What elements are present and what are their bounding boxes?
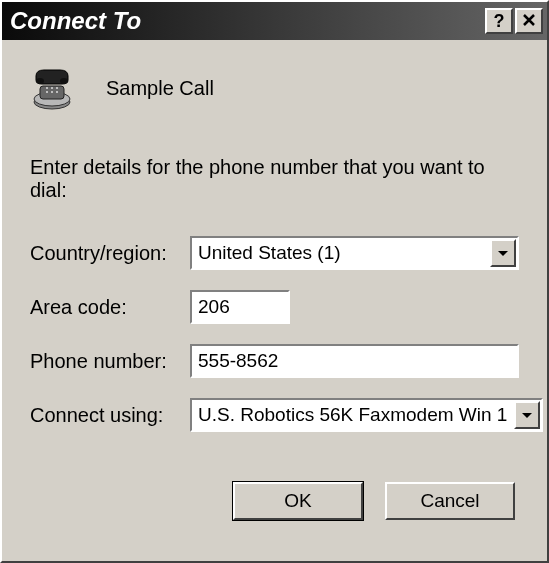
button-row: OK Cancel [30, 482, 519, 520]
connect-label: Connect using: [30, 404, 190, 427]
chevron-down-icon [497, 244, 509, 262]
window-title: Connect To [10, 7, 483, 35]
help-button[interactable]: ? [485, 8, 513, 34]
instruction-text: Enter details for the phone number that … [30, 156, 519, 202]
phone-icon [30, 64, 86, 112]
area-label: Area code: [30, 296, 190, 319]
country-value: United States (1) [192, 238, 489, 268]
close-icon [522, 11, 536, 32]
help-icon: ? [494, 11, 505, 32]
svg-point-3 [36, 78, 44, 84]
area-row: Area code: [30, 290, 519, 324]
country-label: Country/region: [30, 242, 190, 265]
phone-row: Phone number: [30, 344, 519, 378]
phone-number-input[interactable] [190, 344, 519, 378]
svg-point-7 [56, 87, 58, 89]
country-dropdown-button[interactable] [490, 239, 516, 267]
country-row: Country/region: United States (1) [30, 236, 519, 270]
connection-name: Sample Call [106, 77, 214, 100]
cancel-button[interactable]: Cancel [385, 482, 515, 520]
titlebar: Connect To ? [2, 2, 547, 40]
connect-dropdown-button[interactable] [514, 401, 540, 429]
dialog-window: Connect To ? [0, 0, 549, 563]
ok-button[interactable]: OK [233, 482, 363, 520]
connect-row: Connect using: U.S. Robotics 56K Faxmode… [30, 398, 519, 432]
dialog-content: Sample Call Enter details for the phone … [2, 40, 547, 561]
connect-value: U.S. Robotics 56K Faxmodem Win 1 [192, 400, 513, 430]
connection-header: Sample Call [30, 64, 519, 112]
svg-point-5 [46, 87, 48, 89]
svg-point-4 [60, 78, 68, 84]
close-button[interactable] [515, 8, 543, 34]
svg-point-10 [56, 91, 58, 93]
chevron-down-icon [521, 406, 533, 424]
phone-label: Phone number: [30, 350, 190, 373]
connect-using-select[interactable]: U.S. Robotics 56K Faxmodem Win 1 [190, 398, 543, 432]
svg-point-9 [51, 91, 53, 93]
svg-point-8 [46, 91, 48, 93]
area-code-input[interactable] [190, 290, 290, 324]
svg-point-6 [51, 87, 53, 89]
country-select[interactable]: United States (1) [190, 236, 519, 270]
